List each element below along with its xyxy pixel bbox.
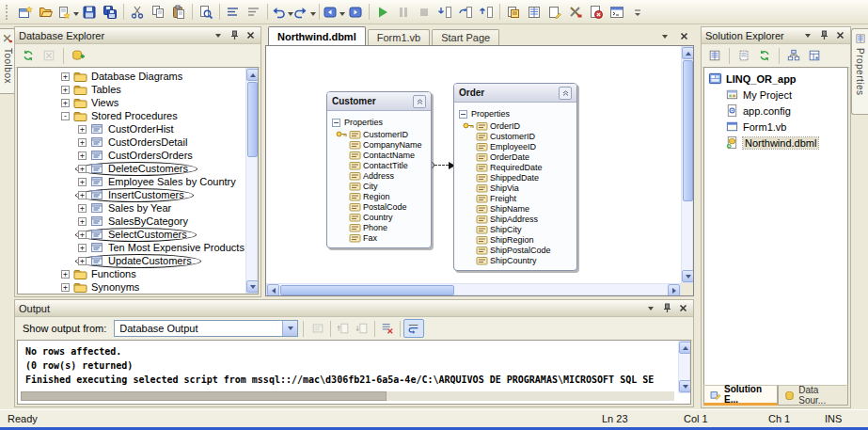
property-row[interactable]: CustomerID [327, 129, 431, 139]
expand-icon[interactable]: - [61, 112, 70, 120]
tree-item[interactable]: +Views [18, 96, 258, 109]
expand-icon[interactable]: + [78, 191, 87, 199]
tree-item[interactable]: +InsertCustomers [18, 188, 258, 201]
property-row[interactable]: CompanyName [327, 139, 431, 150]
scrollbar-thumb[interactable] [280, 285, 454, 295]
expand-icon[interactable]: + [78, 138, 87, 147]
property-row[interactable]: ShipName [454, 203, 576, 214]
section-collapse-icon[interactable] [459, 110, 467, 119]
scroll-up-icon[interactable] [679, 342, 691, 354]
immediate-window-icon[interactable] [607, 3, 627, 22]
redo-icon[interactable] [293, 3, 316, 22]
tree-item[interactable]: +CustOrderHist [18, 122, 258, 135]
property-row[interactable]: City [327, 181, 431, 191]
property-row[interactable]: PostalCode [327, 201, 431, 212]
window-position-icon[interactable] [212, 29, 225, 41]
property-row[interactable]: RequiredDate [454, 162, 576, 172]
tree-item[interactable]: +Sales by Year [18, 201, 258, 215]
window-position-icon[interactable] [658, 30, 671, 42]
property-row[interactable]: ShipAddress [454, 214, 576, 224]
property-row[interactable]: Fax [327, 232, 431, 243]
tree-item[interactable]: +UpdateCustomers [18, 254, 258, 267]
tree-item[interactable]: +DeleteCustomers [18, 162, 258, 175]
dropdown-arrow-icon[interactable] [310, 7, 316, 18]
tree-item[interactable]: +Functions [18, 267, 258, 280]
expand-icon[interactable]: + [78, 244, 87, 252]
cut-icon[interactable] [127, 3, 148, 22]
scroll-down-icon[interactable] [679, 380, 691, 392]
dbml-designer-surface[interactable]: CustomerPropertiesCustomerIDCompanyNameC… [265, 45, 694, 296]
property-row[interactable]: ShipRegion [454, 234, 576, 245]
properties-window-icon[interactable] [524, 3, 544, 22]
scroll-up-icon[interactable] [246, 69, 259, 81]
tool-tab-solution-explorer[interactable]: Solution E... [703, 386, 778, 406]
comment-icon[interactable] [223, 3, 244, 22]
scroll-right-icon[interactable] [668, 284, 680, 296]
property-row[interactable]: Phone [327, 222, 431, 232]
solution-item-form1-vb[interactable]: Form1.vb [704, 119, 847, 135]
scroll-down-icon[interactable] [682, 270, 694, 282]
window-position-icon[interactable] [801, 29, 814, 41]
undo-icon[interactable] [271, 3, 293, 22]
expand-icon[interactable]: + [78, 257, 87, 265]
property-row[interactable]: EmployeeID [454, 141, 576, 151]
clear-all-icon[interactable] [378, 320, 397, 337]
expand-icon[interactable]: + [78, 217, 87, 226]
property-row[interactable]: ShipCity [454, 224, 576, 234]
tab-form1-vb[interactable]: Form1.vb [368, 29, 430, 45]
output-log[interactable]: No rows affected.(0 row(s) returned)Fini… [17, 340, 691, 405]
properties-tab[interactable]: Properties [851, 28, 868, 115]
tab-start-page[interactable]: Start Page [432, 29, 499, 45]
property-row[interactable]: ContactTitle [327, 160, 431, 170]
navigate-forward-icon[interactable] [345, 3, 366, 22]
output-vertical-scrollbar[interactable] [678, 341, 690, 393]
property-row[interactable]: ShipCountry [454, 255, 576, 265]
solution-item-app-config[interactable]: app.config [704, 103, 847, 119]
tree-item[interactable]: +Types [18, 294, 258, 295]
customer-order-association[interactable] [428, 161, 455, 169]
new-project-icon[interactable] [15, 3, 36, 22]
expand-icon[interactable]: + [61, 99, 70, 107]
property-row[interactable]: Address [327, 170, 431, 181]
scroll-down-icon[interactable] [246, 280, 259, 293]
solution-explorer-icon[interactable] [503, 3, 524, 22]
save-icon[interactable] [79, 3, 100, 22]
copy-icon[interactable] [148, 3, 168, 22]
designer-horizontal-scrollbar[interactable] [266, 283, 681, 295]
scroll-up-icon[interactable] [682, 47, 694, 59]
tree-item[interactable]: +Employee Sales by Country [18, 175, 258, 188]
error-list-icon[interactable] [586, 3, 607, 22]
property-row[interactable]: ContactName [327, 150, 431, 160]
output-source-select[interactable]: Database Output [114, 320, 298, 337]
collapse-icon[interactable] [413, 95, 426, 108]
properties-window-icon[interactable] [705, 47, 724, 64]
close-icon[interactable] [833, 29, 846, 41]
scrollbar-thumb[interactable] [683, 60, 693, 201]
expand-icon[interactable]: + [61, 283, 70, 292]
expand-icon[interactable]: + [61, 270, 70, 279]
property-row[interactable]: ShipPostalCode [454, 245, 576, 255]
paste-icon[interactable] [168, 3, 189, 22]
scroll-left-icon[interactable] [267, 284, 279, 296]
uncomment-icon[interactable] [244, 3, 264, 22]
object-browser-icon[interactable] [544, 3, 565, 22]
expand-icon[interactable]: + [78, 165, 87, 173]
entity-customer[interactable]: CustomerPropertiesCustomerIDCompanyNameC… [326, 91, 432, 248]
add-new-item-icon[interactable] [56, 3, 79, 22]
tool-tab-data-sources[interactable]: Data Sour... [778, 386, 848, 406]
step-into-icon[interactable] [434, 3, 455, 22]
property-row[interactable]: OrderID [454, 120, 576, 131]
output-horizontal-scrollbar[interactable] [21, 391, 674, 401]
close-icon[interactable] [244, 29, 257, 41]
navigate-backward-icon[interactable] [323, 3, 345, 22]
view-designer-icon[interactable] [805, 47, 824, 64]
expand-icon[interactable]: + [78, 204, 87, 213]
pin-icon[interactable] [660, 302, 673, 314]
show-all-files-icon[interactable] [734, 47, 753, 64]
tree-item[interactable]: +Synonyms [18, 280, 258, 294]
step-out-icon[interactable] [476, 3, 497, 22]
pin-icon[interactable] [228, 29, 241, 41]
tree-item[interactable]: -Stored Procedures [18, 109, 258, 122]
window-position-icon[interactable] [644, 302, 657, 314]
tree-item[interactable]: +CustOrdersOrders [18, 149, 258, 162]
